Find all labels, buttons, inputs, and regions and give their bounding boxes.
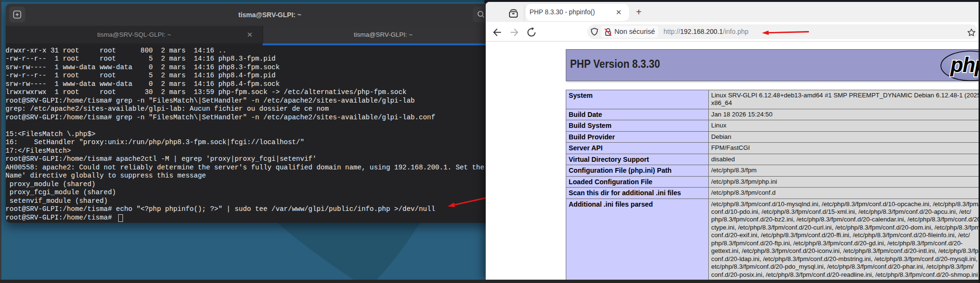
svg-text:php: php — [950, 53, 980, 76]
